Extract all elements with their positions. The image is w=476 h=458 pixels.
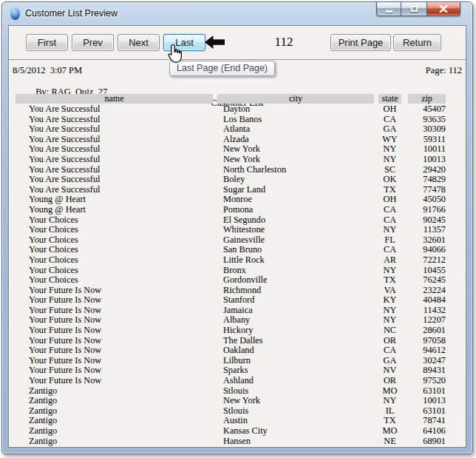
cell-city: Bronx bbox=[217, 266, 374, 276]
cell-state: OR bbox=[378, 376, 401, 386]
cell-state: OK bbox=[378, 175, 401, 185]
table-row: Your Future Is NowSparksNV89431 bbox=[9, 366, 466, 376]
close-icon bbox=[439, 5, 448, 13]
cell-name: Your Choices bbox=[16, 255, 213, 266]
cell-zip: 63101 bbox=[408, 386, 446, 397]
cell-name: Your Future Is Now bbox=[16, 286, 213, 296]
cell-state: NY bbox=[378, 225, 401, 235]
table-row: ZantigoAustinTX78741 bbox=[9, 416, 466, 426]
app-window: Customer List Preview First Prev bbox=[1, 1, 473, 454]
report-page-label: Page: 112 bbox=[426, 65, 462, 76]
return-button[interactable]: Return bbox=[393, 34, 441, 51]
cell-state: CA bbox=[378, 346, 401, 356]
cell-name: You Are Successful bbox=[16, 185, 213, 195]
cell-state: CA bbox=[378, 205, 401, 215]
minimize-button[interactable] bbox=[376, 2, 401, 16]
cell-city: Boley bbox=[217, 175, 374, 185]
cell-city: New York bbox=[217, 155, 374, 165]
cell-zip: 78741 bbox=[408, 416, 446, 426]
cell-name: Zantigo bbox=[16, 406, 213, 417]
cell-city: New York bbox=[217, 144, 374, 155]
cell-city: Stlouis bbox=[217, 386, 374, 397]
cell-state: GA bbox=[378, 356, 401, 366]
cell-name: Your Future Is Now bbox=[16, 306, 213, 316]
cell-city: Pomona bbox=[217, 205, 374, 215]
maximize-button[interactable] bbox=[401, 2, 426, 16]
cell-city: Sparks bbox=[217, 366, 374, 376]
column-header-state[interactable]: state bbox=[378, 94, 401, 104]
print-page-button[interactable]: Print Page bbox=[330, 34, 391, 51]
cell-name: You Are Successful bbox=[16, 135, 213, 145]
cell-name: You Are Successful bbox=[16, 144, 213, 155]
close-button[interactable] bbox=[426, 2, 460, 16]
cell-name: You Are Successful bbox=[16, 175, 213, 185]
table-row: Young @ HeartPomonaCA91766 bbox=[9, 205, 466, 215]
cell-name: Zantigo bbox=[16, 396, 213, 406]
cell-state: NY bbox=[378, 315, 401, 326]
window-title: Customer List Preview bbox=[25, 8, 118, 18]
cell-city: Hickory bbox=[217, 326, 374, 336]
cell-name: Your Future Is Now bbox=[16, 346, 213, 356]
cell-zip: 93635 bbox=[408, 115, 446, 125]
table-row: Your Future Is NowJamaicaNY11432 bbox=[9, 306, 466, 316]
cell-state: OH bbox=[378, 195, 401, 205]
cell-name: Your Future Is Now bbox=[16, 295, 213, 306]
cell-state: GA bbox=[378, 124, 401, 135]
cell-city: Los Banos bbox=[217, 115, 374, 125]
cell-city: El Segundo bbox=[217, 215, 374, 226]
next-page-button[interactable]: Next bbox=[118, 34, 160, 51]
column-header-zip[interactable]: zip bbox=[408, 94, 446, 104]
cell-city: Atlanta bbox=[217, 124, 374, 135]
first-page-button[interactable]: First bbox=[26, 34, 68, 51]
table-row: Your ChoicesEl SegundoCA90245 bbox=[9, 215, 466, 226]
cell-state: NY bbox=[378, 396, 401, 406]
cell-name: Your Choices bbox=[16, 245, 213, 255]
cell-name: Your Future Is Now bbox=[16, 326, 213, 336]
cell-name: Your Choices bbox=[16, 235, 213, 246]
column-header-city[interactable]: city bbox=[217, 94, 374, 104]
cell-name: Your Future Is Now bbox=[16, 376, 213, 386]
cell-name: You Are Successful bbox=[16, 124, 213, 135]
cell-name: Your Choices bbox=[16, 215, 213, 226]
cell-state: NY bbox=[378, 266, 401, 276]
cell-city: Gordonville bbox=[217, 275, 374, 286]
cell-name: Zantigo bbox=[16, 437, 213, 447]
cell-zip: 10013 bbox=[408, 155, 446, 165]
cell-zip: 23224 bbox=[408, 286, 446, 296]
cell-state: TX bbox=[378, 416, 401, 426]
cell-city: Stanford bbox=[217, 295, 374, 306]
table-row: ZantigoKansas CityMO64106 bbox=[9, 426, 466, 437]
cell-name: Zantigo bbox=[16, 426, 213, 437]
titlebar[interactable]: Customer List Preview bbox=[2, 2, 472, 25]
cell-state: AR bbox=[378, 255, 401, 266]
left-arrow-icon[interactable] bbox=[205, 36, 225, 49]
cell-city: Jamaica bbox=[217, 306, 374, 316]
cell-name: You Are Successful bbox=[16, 155, 213, 165]
cell-state: NY bbox=[378, 144, 401, 155]
table-row: Young @ HeartMonroeOH45050 bbox=[9, 195, 466, 205]
table-row: Your Future Is NowLilburnGA30247 bbox=[9, 356, 466, 366]
table-body: You Are SuccessfulDaytonOH45407You Are S… bbox=[9, 104, 466, 447]
cell-city: Whitestone bbox=[217, 225, 374, 235]
cell-state: MO bbox=[378, 426, 401, 437]
prev-page-button[interactable]: Prev bbox=[72, 34, 114, 51]
cell-city: Richmond bbox=[217, 286, 374, 296]
cell-zip: 12207 bbox=[408, 315, 446, 326]
cell-city: Little Rock bbox=[217, 255, 374, 266]
cell-zip: 45407 bbox=[408, 104, 446, 115]
page-number: 112 bbox=[265, 35, 302, 50]
cell-city: Albany bbox=[217, 315, 374, 326]
cell-state: TX bbox=[378, 185, 401, 195]
cell-city: Lilburn bbox=[217, 356, 374, 366]
cell-zip: 45050 bbox=[408, 195, 446, 205]
report-datetime: 8/5/2012 3:07 PM bbox=[13, 65, 82, 76]
cell-name: Your Choices bbox=[16, 225, 213, 235]
cell-zip: 94612 bbox=[408, 346, 446, 356]
hand-cursor-icon bbox=[166, 44, 185, 65]
table-row: ZantigoHansenNE68901 bbox=[9, 437, 466, 447]
cell-zip: 30309 bbox=[408, 124, 446, 135]
cell-zip: 68901 bbox=[408, 437, 446, 447]
cell-name: You Are Successful bbox=[16, 165, 213, 175]
tooltip: Last Page (End Page) bbox=[169, 61, 275, 76]
column-header-name[interactable]: name bbox=[16, 94, 213, 104]
